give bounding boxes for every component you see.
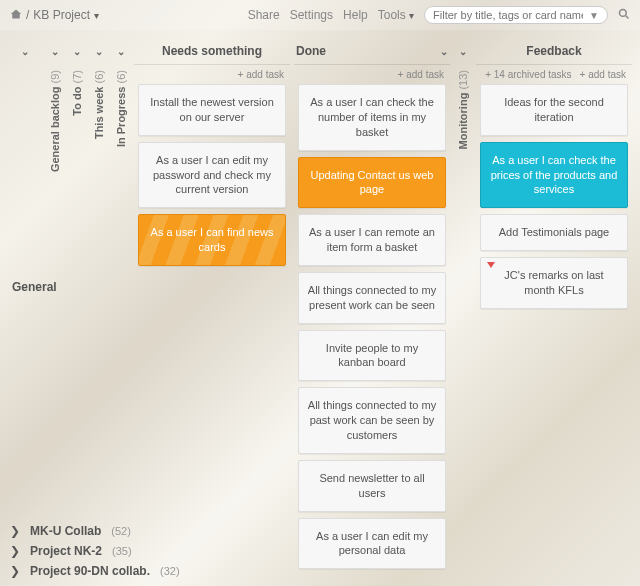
col-feedback: Feedback + 14 archived tasks + add task … [476,38,632,569]
search-icon[interactable] [618,8,630,23]
col-label-vertical: To do (7) [71,70,83,116]
col-title: Done [296,44,326,58]
project-name: MK-U Collab [30,524,101,538]
card[interactable]: As a user I can check the prices of the … [480,142,628,209]
project-row[interactable]: ❯ MK-U Collab (52) [10,524,630,538]
board: ⌄ ⌄ General backlog (9) ⌄ To do (7) ⌄ Th… [0,30,640,577]
swimlane-label: General [12,280,57,294]
search-input[interactable] [433,9,583,21]
card-list: Ideas for the second iterationAs a user … [476,84,632,309]
filter-icon[interactable]: ▼ [589,10,599,21]
col-header: Done ⌄ [294,38,450,65]
col-needs-something: Needs something + add task Install the n… [134,38,290,569]
card[interactable]: Install the newest version on our server [138,84,286,136]
collapsed-col[interactable]: ⌄ To do (7) [68,38,86,569]
col-header: Feedback [476,38,632,65]
flag-icon [487,262,495,268]
card[interactable]: Add Testimonials page [480,214,628,251]
card[interactable]: As a user I can check the number of item… [298,84,446,151]
chevron-down-icon[interactable]: ⌄ [440,46,448,57]
add-task-link[interactable]: + add task [238,69,284,80]
breadcrumb: / KB Project ▾ [10,8,99,23]
chevron-right-icon: ❯ [10,524,20,538]
card[interactable]: Ideas for the second iteration [480,84,628,136]
collapsed-col[interactable]: ⌄ In Progress (6) [112,38,130,569]
project-count: (35) [112,545,132,557]
col-label-vertical: General backlog (9) [49,70,61,172]
settings-link[interactable]: Settings [290,8,333,22]
home-icon[interactable] [10,8,22,23]
chevron-down-icon[interactable]: ⌄ [51,46,59,57]
share-link[interactable]: Share [248,8,280,22]
card[interactable]: As a user I can remote an item form a ba… [298,214,446,266]
card[interactable]: Updating Contact us web page [298,157,446,209]
collapsed-col[interactable]: ⌄ This week (6) [90,38,108,569]
svg-line-1 [626,15,629,18]
card[interactable]: Send newsletter to all users [298,460,446,512]
card-list: Install the newest version on our server… [134,84,290,266]
chevron-down-icon[interactable]: ⌄ [95,46,103,57]
top-actions: Share Settings Help Tools ▾ ▼ [248,6,630,24]
col-done: Done ⌄ + add task As a user I can check … [294,38,450,569]
chevron-right-icon: ❯ [10,564,20,578]
chevron-down-icon: ▾ [409,10,414,21]
chevron-down-icon[interactable]: ⌄ [21,46,29,57]
collapsed-col-monitoring[interactable]: ⌄ Monitoring (13) [454,38,472,569]
card[interactable]: All things connected to my present work … [298,272,446,324]
col-header: Needs something [134,38,290,65]
project-row[interactable]: ❯ Project 90-DN collab. (32) [10,564,630,578]
svg-point-0 [620,9,627,16]
card[interactable]: JC's remarks on last month KFLs [480,257,628,309]
project-row[interactable]: ❯ Project NK-2 (35) [10,544,630,558]
collapsed-col-spacer: ⌄ [8,38,42,569]
breadcrumb-sep: / [26,8,29,22]
card[interactable]: All things connected to my past work can… [298,387,446,454]
project-count: (32) [160,565,180,577]
col-title: Needs something [162,44,262,58]
tools-link[interactable]: Tools ▾ [378,8,414,22]
project-name: Project 90-DN collab. [30,564,150,578]
card[interactable]: As a user I can edit my password and che… [138,142,286,209]
projects-list: ❯ MK-U Collab (52) ❯ Project NK-2 (35) ❯… [10,518,630,578]
chevron-right-icon: ❯ [10,544,20,558]
card[interactable]: Invite people to my kanban board [298,330,446,382]
col-label-vertical: This week (6) [93,70,105,139]
collapsed-col[interactable]: ⌄ General backlog (9) [46,38,64,569]
add-task-link[interactable]: + add task [580,69,626,80]
col-title: Feedback [526,44,581,58]
breadcrumb-project[interactable]: KB Project [33,8,90,22]
help-link[interactable]: Help [343,8,368,22]
search-wrap: ▼ [424,6,608,24]
project-count: (52) [111,525,131,537]
col-label-vertical: Monitoring (13) [457,70,469,149]
card[interactable]: As a user I can find news cards [138,214,286,266]
col-label-vertical: In Progress (6) [115,70,127,147]
chevron-down-icon[interactable]: ▾ [94,10,99,21]
chevron-down-icon[interactable]: ⌄ [73,46,81,57]
topbar: / KB Project ▾ Share Settings Help Tools… [0,0,640,30]
card-list: As a user I can check the number of item… [294,84,450,569]
project-name: Project NK-2 [30,544,102,558]
add-task-link[interactable]: + add task [398,69,444,80]
archived-tasks-link[interactable]: + 14 archived tasks [485,69,571,80]
chevron-down-icon[interactable]: ⌄ [459,46,467,57]
chevron-down-icon[interactable]: ⌄ [117,46,125,57]
